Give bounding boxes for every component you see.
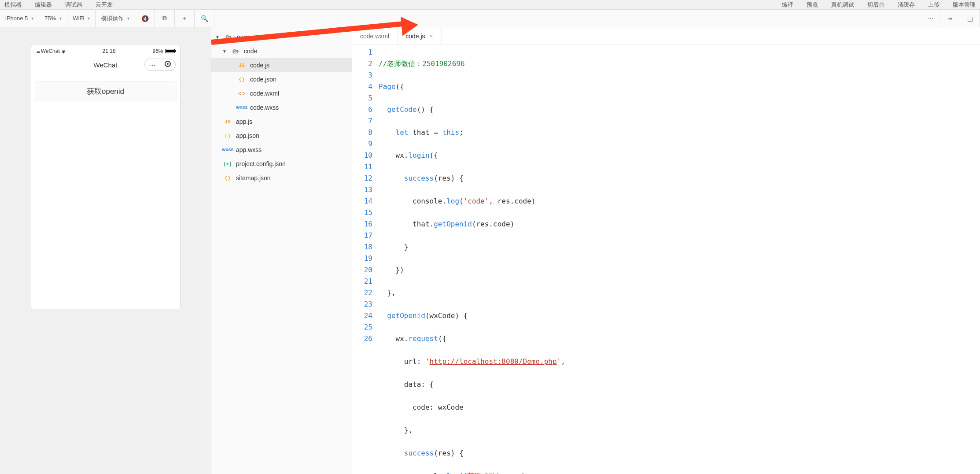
capsule: ⋯ xyxy=(144,59,176,71)
file-explorer: ▼ 🗁 pages ▼ 🗁 code JS code.js { } code.j… xyxy=(211,27,352,474)
chevron-down-icon: ▾ xyxy=(127,16,129,21)
tab-label: code.wxml xyxy=(360,33,389,40)
tab-code-js[interactable]: code.js × xyxy=(398,27,442,44)
menu-version[interactable]: 版本管理 xyxy=(953,1,976,9)
toolbar: iPhone 5▾ 75%▾ WiFi▾ 模拟操作▾ 🔇 ⧉ ＋ 🔍 ⋯ ⇥ ◫ xyxy=(0,10,980,27)
code-editor[interactable]: 1234567891011121314151617181920212223242… xyxy=(352,45,980,474)
tree-label: code.wxss xyxy=(250,104,279,111)
device-select[interactable]: iPhone 5▾ xyxy=(0,10,39,27)
menu-compile[interactable]: 编译 xyxy=(782,1,793,9)
json-icon: { } xyxy=(236,77,247,82)
detach-icon: ⧉ xyxy=(160,15,169,22)
tree-file-app-wxss[interactable]: WXSS app.wxss xyxy=(211,143,352,157)
menu-realdebug[interactable]: 真机调试 xyxy=(831,1,854,9)
tree-file-code-json[interactable]: { } code.json xyxy=(211,72,352,86)
battery-pct: 96% xyxy=(152,48,163,54)
simulator-panel: WeChat 21:18 96% WeChat ⋯ 获取openid xyxy=(0,27,211,474)
folder-icon: 🗁 xyxy=(230,48,241,55)
tab-label: code.js xyxy=(405,33,425,40)
nav-title: WeChat xyxy=(94,61,118,69)
wxss-icon: WXSS xyxy=(236,105,247,110)
capsule-close[interactable] xyxy=(160,61,175,69)
target-icon xyxy=(165,61,171,67)
tree-folder-pages[interactable]: ▼ 🗁 pages xyxy=(211,30,352,44)
signal-icon xyxy=(37,48,39,54)
tree-file-app-json[interactable]: { } app.json xyxy=(211,129,352,143)
caret-down-icon: ▼ xyxy=(222,49,227,54)
plus-icon: ＋ xyxy=(180,15,189,22)
tree-label: code xyxy=(244,48,257,55)
js-icon: JS xyxy=(222,119,233,124)
more-icon: ⋯ xyxy=(926,15,935,22)
tree-label: code.js xyxy=(250,62,269,69)
close-icon[interactable]: × xyxy=(430,33,433,40)
menu-cloud[interactable]: 云开发 xyxy=(96,1,113,9)
js-icon: JS xyxy=(236,63,247,68)
capsule-menu[interactable]: ⋯ xyxy=(145,61,160,69)
config-icon: {⚬} xyxy=(222,161,233,167)
tree-label: app.json xyxy=(236,132,259,139)
menu-preview[interactable]: 预览 xyxy=(807,1,818,9)
indent-icon: ⇥ xyxy=(946,15,954,22)
add-button[interactable]: ＋ xyxy=(175,10,195,27)
menu-clearcache[interactable]: 清缓存 xyxy=(898,1,915,9)
tree-file-code-wxml[interactable]: < > code.wxml xyxy=(211,86,352,100)
tree-label: code.json xyxy=(250,76,276,83)
detach-button[interactable]: ⧉ xyxy=(155,10,175,27)
menu-debugger[interactable]: 调试器 xyxy=(65,1,82,9)
status-bar: WeChat 21:18 96% xyxy=(31,45,180,57)
mute-button[interactable]: 🔇 xyxy=(135,10,155,27)
tree-file-app-js[interactable]: JS app.js xyxy=(211,115,352,129)
more-button[interactable]: ⋯ xyxy=(921,10,940,27)
tree-file-code-js[interactable]: JS code.js xyxy=(211,58,352,72)
menu-simulator[interactable]: 模拟器 xyxy=(4,1,22,9)
tree-label: app.wxss xyxy=(236,146,262,153)
tree-label: code.wxml xyxy=(250,90,279,97)
carrier-label: WeChat xyxy=(41,48,60,54)
tree-file-project-config[interactable]: {⚬} project.config.json xyxy=(211,157,352,171)
phone-frame: WeChat 21:18 96% WeChat ⋯ 获取openid xyxy=(31,45,181,309)
chevron-down-icon: ▾ xyxy=(31,16,33,21)
tree-label: project.config.json xyxy=(236,160,286,167)
get-openid-button[interactable]: 获取openid xyxy=(35,81,177,101)
zoom-select[interactable]: 75%▾ xyxy=(39,10,67,27)
indent-button[interactable]: ⇥ xyxy=(940,10,960,27)
split-button[interactable]: ◫ xyxy=(960,10,980,27)
line-gutter: 1234567891011121314151617181920212223242… xyxy=(352,47,379,474)
tree-label: app.js xyxy=(236,118,252,125)
network-select[interactable]: WiFi▾ xyxy=(67,10,96,27)
tree-file-code-wxss[interactable]: WXSS code.wxss xyxy=(211,100,352,115)
json-icon: { } xyxy=(222,175,233,181)
tab-code-wxml[interactable]: code.wxml xyxy=(352,27,398,44)
editor-panel: code.wxml code.js × 12345678910111213141… xyxy=(352,27,980,474)
split-icon: ◫ xyxy=(965,15,974,22)
json-icon: { } xyxy=(222,133,233,138)
main-menu: 模拟器 编辑器 调试器 云开发 编译 预览 真机调试 切后台 清缓存 上传 版本… xyxy=(0,0,980,10)
time-label: 21:18 xyxy=(103,48,116,54)
wxml-icon: < > xyxy=(236,91,247,96)
simops-select[interactable]: 模拟操作▾ xyxy=(96,10,135,27)
menu-background[interactable]: 切后台 xyxy=(867,1,884,9)
tree-file-sitemap[interactable]: { } sitemap.json xyxy=(211,171,352,185)
tree-label: sitemap.json xyxy=(236,174,271,181)
search-button[interactable]: 🔍 xyxy=(195,10,214,27)
wifi-icon xyxy=(62,48,66,54)
wxss-icon: WXSS xyxy=(222,148,233,152)
nav-bar: WeChat ⋯ xyxy=(31,57,180,73)
folder-icon: 🗁 xyxy=(223,33,234,41)
chevron-down-icon: ▾ xyxy=(59,16,62,21)
sound-icon: 🔇 xyxy=(140,15,149,22)
battery-icon xyxy=(165,49,175,53)
search-icon: 🔍 xyxy=(200,15,209,22)
tree-label: pages xyxy=(237,33,254,41)
caret-down-icon: ▼ xyxy=(215,35,220,40)
code-content[interactable]: //老师微信：2501902696 Page({ getCode() { let… xyxy=(379,47,980,474)
chevron-down-icon: ▾ xyxy=(88,16,90,21)
tree-folder-code[interactable]: ▼ 🗁 code xyxy=(211,44,352,58)
menu-upload[interactable]: 上传 xyxy=(928,1,939,9)
menu-editor[interactable]: 编辑器 xyxy=(35,1,52,9)
editor-tabs: code.wxml code.js × xyxy=(352,27,980,45)
